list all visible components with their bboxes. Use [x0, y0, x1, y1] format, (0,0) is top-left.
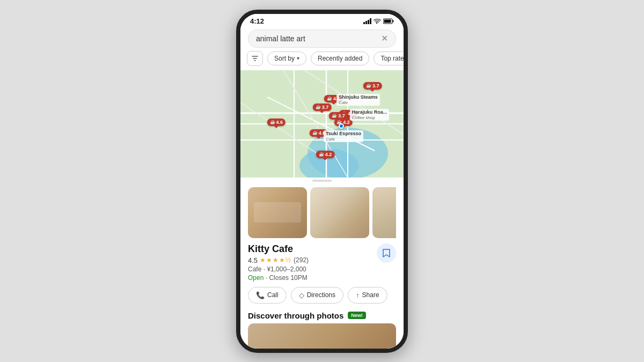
directions-button[interactable]: ◇ Directions — [291, 287, 343, 304]
action-buttons: 📞 Call ◇ Directions ↑ Share — [248, 287, 396, 304]
battery-icon — [383, 18, 394, 24]
phone-frame: 4:12 — [236, 10, 408, 353]
sort-by-pill[interactable]: Sort by ▾ — [267, 51, 306, 65]
handle-bar — [312, 180, 332, 182]
photo-thumb-1[interactable] — [248, 187, 307, 238]
photo-thumb-3[interactable] — [372, 187, 396, 238]
map-pin[interactable]: ☕3.7 — [313, 104, 332, 111]
price-range: ¥1,000–2,000 — [267, 265, 306, 273]
share-button[interactable]: ↑ Share — [348, 287, 387, 304]
recently-added-pill[interactable]: Recently added — [311, 51, 369, 65]
top-rated-label: Top rated — [380, 55, 404, 62]
status-icons — [363, 18, 394, 24]
status-bar: 4:12 — [240, 14, 404, 27]
svg-rect-6 — [393, 20, 394, 22]
svg-rect-0 — [363, 22, 365, 24]
sort-icon-button[interactable] — [247, 51, 263, 66]
rating-row: 4.5 ★★★★½ (292) — [248, 256, 396, 264]
sort-by-arrow-icon: ▾ — [297, 55, 299, 61]
share-label: Share — [362, 291, 379, 299]
search-query: animal latte art — [256, 34, 377, 43]
open-status: Open — [248, 274, 264, 282]
place-info: Kitty Cafe 4.5 ★★★★½ (292) Cafe · ¥1,000… — [248, 243, 396, 282]
bookmark-icon — [382, 248, 391, 258]
directions-icon: ◇ — [299, 291, 304, 299]
discover-photo[interactable] — [248, 323, 396, 349]
wifi-icon — [374, 18, 381, 24]
clear-search-button[interactable]: ✕ — [381, 34, 388, 43]
directions-label: Directions — [307, 291, 335, 299]
place-meta: Cafe · ¥1,000–2,000 — [248, 265, 396, 273]
search-bar-wrap: animal latte art ✕ — [240, 27, 404, 51]
photo-strip — [248, 187, 396, 238]
signal-icon — [363, 18, 371, 24]
photo-thumb-2[interactable] — [310, 187, 369, 238]
place-category: Cafe — [248, 265, 261, 273]
place-name: Kitty Cafe — [248, 243, 396, 255]
map-location-label[interactable]: Shinjuku SteamsCafe — [336, 94, 380, 106]
call-icon: 📞 — [256, 291, 265, 299]
discover-title: Discover through photos — [248, 311, 343, 320]
phone-screen: 4:12 — [240, 14, 404, 349]
sort-by-label: Sort by — [274, 55, 295, 62]
place-status: Open · Closes 10PM — [248, 274, 396, 282]
svg-rect-1 — [365, 21, 367, 24]
map-pin[interactable]: ☕4.6 — [267, 119, 286, 126]
rating-stars: ★★★★½ — [260, 256, 291, 264]
map-pin[interactable]: ☕4.2 — [316, 151, 335, 158]
top-rated-pill[interactable]: Top rated — [374, 51, 404, 65]
recently-added-label: Recently added — [318, 55, 362, 62]
discover-header: Discover through photos New! — [248, 311, 396, 320]
bookmark-button[interactable] — [377, 243, 396, 263]
rating-number: 4.5 — [248, 256, 258, 264]
cafe-interior-photo-2 — [310, 187, 369, 238]
search-bar[interactable]: animal latte art ✕ — [248, 29, 396, 48]
map-location-label[interactable]: Tsuki EspressoCafe — [324, 130, 363, 142]
status-time: 4:12 — [250, 17, 264, 25]
filter-sort-icon — [251, 55, 259, 62]
scroll-handle — [240, 178, 404, 183]
svg-rect-2 — [368, 20, 369, 24]
svg-rect-3 — [370, 18, 371, 24]
close-time-text: Closes 10PM — [269, 274, 307, 282]
cafe-interior-photo-1 — [248, 187, 307, 238]
filter-pills: Sort by ▾ Recently added Top rated — [240, 51, 404, 70]
svg-rect-5 — [384, 19, 391, 23]
cafe-interior-photo-3 — [372, 187, 396, 238]
review-count: (292) — [294, 256, 309, 264]
map-location-label[interactable]: Harajuku Roa...Coffee shop — [350, 109, 390, 121]
user-location-dot — [339, 123, 344, 129]
map-pin[interactable]: ☕3.7 — [363, 82, 382, 90]
share-icon: ↑ — [356, 291, 360, 299]
content-area: Kitty Cafe 4.5 ★★★★½ (292) Cafe · ¥1,000… — [240, 183, 404, 349]
call-label: Call — [267, 291, 279, 299]
map-area[interactable]: ☕3.7 ☕4.3 ☕3.7 ☕4.3 ☕3.7 ☕4.2 ☕4.6 ☕4.6 — [240, 70, 404, 178]
discover-section: Discover through photos New! — [248, 311, 396, 349]
call-button[interactable]: 📞 Call — [248, 287, 287, 304]
new-badge: New! — [348, 312, 366, 319]
